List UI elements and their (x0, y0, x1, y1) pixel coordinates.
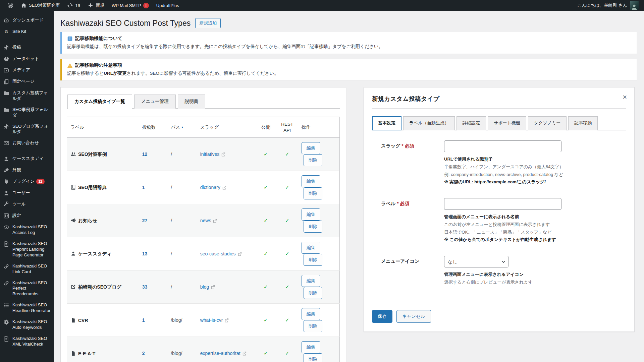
column-header[interactable]: 公開 (256, 117, 276, 138)
slug-link[interactable]: initiatives (200, 152, 220, 157)
sidebar-item-label: ケーススタディ (12, 156, 44, 162)
delete-button[interactable]: 削除 (304, 254, 322, 266)
slug-input[interactable] (444, 140, 561, 152)
admin-bar-item[interactable]: 新規 (84, 0, 108, 11)
avatar[interactable] (630, 1, 639, 10)
post-count-link[interactable]: 33 (142, 284, 148, 290)
admin-bar-item[interactable]: WP Mail SMTP! (108, 0, 152, 11)
label-input[interactable] (444, 198, 561, 210)
admin-bar-item[interactable]: SEO対策研究室 (17, 0, 63, 11)
sidebar-item[interactable]: 固定ページ (0, 76, 54, 87)
column-header[interactable]: 投稿数 (139, 117, 167, 138)
cancel-button[interactable]: キャンセル (396, 310, 431, 323)
edit-button[interactable]: 編集 (302, 208, 320, 221)
slug-help-line1: 半角英数字、ハイフン、アンダースコアのみ（最大64文字） (444, 163, 564, 171)
path-cell: /blog/ (167, 304, 197, 337)
sidebar-item[interactable]: プラグイン11 (0, 176, 54, 187)
column-header[interactable]: 操作 (298, 117, 339, 138)
sidebar-item[interactable]: ユーザー (0, 187, 54, 199)
admin-bar-item-label: 19 (75, 3, 80, 8)
admin-bar-item[interactable]: 19 (64, 0, 83, 11)
close-icon[interactable]: × (623, 94, 627, 101)
notice-title-text: 記事移動機能について (75, 36, 122, 42)
sidebar-item[interactable]: 設定 (0, 210, 54, 222)
sidebar-item[interactable]: 外観 (0, 165, 54, 176)
delete-button[interactable]: 削除 (304, 187, 322, 199)
sidebar-item[interactable]: ツール (0, 199, 54, 210)
delete-button[interactable]: 削除 (304, 353, 322, 362)
post-count-link[interactable]: 27 (142, 218, 148, 223)
form-tab-詳細設定[interactable]: 詳細設定 (457, 116, 486, 130)
external-link-icon (222, 185, 226, 190)
sidebar-item-label: Kashiwazaki SEO Preprint Landing Page Ge… (12, 241, 51, 258)
post-count-link[interactable]: 12 (142, 152, 148, 157)
form-tab-記事移動[interactable]: 記事移動 (568, 116, 598, 130)
add-new-button[interactable]: 新規追加 (195, 18, 221, 28)
sidebar-item[interactable]: Kashiwazaki SEO Auto Keywords (0, 316, 54, 333)
form-tab-タクソノミー[interactable]: タクソノミー (528, 116, 567, 130)
form-panel-tabs: 基本設定ラベル（自動生成）詳細設定サポート機能タクソノミー記事移動 (372, 116, 626, 130)
post-count-link[interactable]: 1 (142, 185, 145, 190)
menu-icon-select[interactable]: なし (444, 256, 508, 267)
column-header[interactable]: スラッグ (197, 117, 256, 138)
update-icon (67, 2, 73, 8)
post-count-link[interactable]: 13 (142, 251, 148, 256)
delete-button[interactable]: 削除 (304, 287, 322, 299)
slug-link[interactable]: dictionary (200, 185, 220, 190)
sidebar-item[interactable]: 投稿 (0, 42, 54, 53)
slug-label-text: スラッグ (381, 143, 400, 148)
form-tab-基本設定[interactable]: 基本設定 (372, 116, 401, 130)
slug-link[interactable]: what-is-cvr (200, 317, 223, 323)
edit-button[interactable]: 編集 (302, 275, 320, 287)
sidebar-item[interactable]: ダッシュボード (0, 15, 54, 26)
sidebar-item[interactable]: メディア (0, 65, 54, 76)
slug-link[interactable]: news (200, 218, 211, 223)
column-header[interactable]: ラベル (67, 117, 139, 138)
sidebar-item[interactable]: Kashiwazaki SEO Perfect Breadcrumbs (0, 278, 54, 300)
post-count-link[interactable]: 2 (142, 351, 145, 356)
admin-bar-item[interactable]: UpdraftPlus (153, 0, 182, 11)
column-header[interactable]: パス▲ (167, 117, 197, 138)
sidebar-item[interactable]: お問い合わせ (0, 137, 54, 149)
edit-button[interactable]: 編集 (302, 175, 320, 187)
greeting-text[interactable]: こんにちは、柏崎剛 さん (577, 2, 627, 8)
save-button[interactable]: 保存 (372, 310, 392, 323)
notices-area: 記事移動機能について記事移動機能は、既存の投稿タイプを編集する際に使用できます。… (60, 32, 637, 80)
sidebar-item[interactable]: SEO事例系フォルダ (0, 104, 54, 121)
sidebar-item[interactable]: Kashiwazaki SEO Preprint Landing Page Ge… (0, 238, 54, 261)
form-tab-ラベル（自動生成）[interactable]: ラベル（自動生成） (403, 116, 455, 130)
sidebar-item[interactable]: SEOブログ系フォルダ (0, 121, 54, 138)
tab-カスタム投稿タイプ一覧[interactable]: カスタム投稿タイプ一覧 (67, 95, 132, 109)
delete-button[interactable]: 削除 (304, 320, 322, 332)
edit-button[interactable]: 編集 (302, 142, 320, 154)
check-icon: ✓ (264, 151, 268, 157)
post-count-cell: 1 (139, 171, 167, 204)
admin-bar-item-label: 新規 (96, 2, 104, 8)
menu-icon-label: メニューアイコン (381, 256, 444, 286)
slug-link[interactable]: seo-case-studies (200, 251, 236, 256)
sidebar-item[interactable]: ケーススタディ (0, 153, 54, 165)
tab-説明書[interactable]: 説明書 (178, 95, 206, 109)
post-count-link[interactable]: 1 (142, 317, 145, 323)
slug-link[interactable]: blog (200, 284, 209, 290)
sidebar-item-label: ツール (12, 201, 26, 207)
sidebar-item[interactable]: Kashiwazaki SEO Link Card (0, 261, 54, 278)
sidebar-item[interactable]: GSite Kit (0, 26, 54, 38)
tab-メニュー管理[interactable]: メニュー管理 (134, 95, 176, 109)
edit-button[interactable]: 編集 (302, 341, 320, 353)
sidebar-item[interactable]: Kashiwazaki SEO Headline Generator (0, 300, 54, 316)
form-tab-サポート機能[interactable]: サポート機能 (488, 116, 526, 130)
check-icon: ✓ (285, 218, 289, 223)
delete-button[interactable]: 削除 (304, 154, 322, 166)
edit-button[interactable]: 編集 (302, 242, 320, 254)
admin-bar-item[interactable] (4, 0, 17, 11)
sidebar-item[interactable]: Kashiwazaki SEO XML VitalCheck (0, 333, 54, 350)
sidebar-item[interactable]: データセット (0, 53, 54, 65)
edit-button[interactable]: 編集 (302, 308, 320, 320)
sidebar-item[interactable]: Kashiwazaki SEO Access Log (0, 222, 54, 238)
sidebar-item[interactable]: カスタム投稿フォルダ (0, 87, 54, 104)
delete-button[interactable]: 削除 (304, 221, 322, 233)
groups-icon (70, 151, 76, 157)
column-header[interactable]: REST API (276, 117, 298, 138)
slug-link[interactable]: expertise-authoritat (200, 351, 240, 356)
